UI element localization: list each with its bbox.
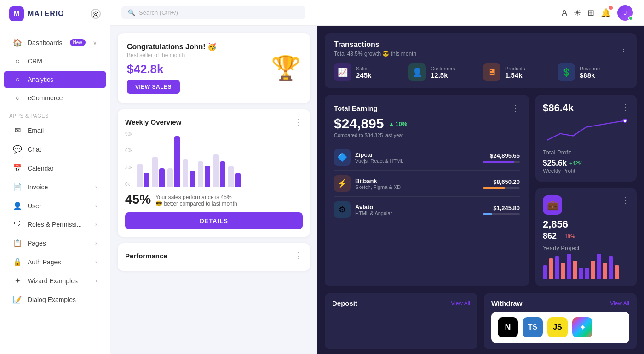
weekly-percentage: 45% xyxy=(125,192,151,207)
total-earning-card: Total Earning ⋮ $24,895 ▲ 10% Compared t… xyxy=(325,95,529,286)
calendar-label: Calendar xyxy=(28,165,54,172)
chat-label: Chat xyxy=(28,146,41,153)
bar-right xyxy=(205,166,210,187)
details-button[interactable]: DETAILS xyxy=(125,212,303,229)
translate-icon[interactable]: A̲ xyxy=(562,8,567,18)
chart-wrapper: 90k 60k 30k 0k xyxy=(125,131,303,187)
deposit-card: Deposit View All xyxy=(325,293,477,349)
aviato-progress xyxy=(483,213,520,215)
aviato-info: Aviato HTML & Angular xyxy=(355,204,478,216)
y-label-30k: 30k xyxy=(125,165,132,170)
mini-bar-item xyxy=(603,263,607,279)
search-bar[interactable]: 🔍 Search (Ctrl+/) xyxy=(121,6,305,19)
sales-label: Sales xyxy=(356,66,371,71)
products-icon: 🖥 xyxy=(483,63,500,81)
bitbank-icon: ⚡ xyxy=(334,175,351,192)
view-sales-button[interactable]: VIEW SALES xyxy=(127,80,180,94)
sidebar-item-pages[interactable]: 📋 Pages › xyxy=(4,234,106,252)
earning-amount-value: $24,895 xyxy=(334,116,384,131)
weekly-menu-dots[interactable]: ⋮ xyxy=(294,117,303,127)
mini-bar-item xyxy=(591,261,595,279)
sidebar-nav: 🏠 Dashboards New ∨ ○ CRM ○ Analytics ○ e… xyxy=(0,28,110,354)
earning-menu-dots[interactable]: ⋮ xyxy=(512,103,520,113)
tech-icons-row: N TS JS ✦ xyxy=(491,312,629,343)
sidebar-item-dashboards[interactable]: 🏠 Dashboards New ∨ xyxy=(4,34,106,51)
sidebar-item-wizard[interactable]: ✦ Wizard Examples › xyxy=(4,272,106,290)
customers-icon: 👤 xyxy=(408,63,426,81)
bar-left xyxy=(167,168,173,187)
dialog-icon: 📝 xyxy=(13,295,22,304)
weekly-description: Your sales performance is 45% 😎 better c… xyxy=(155,194,238,207)
sidebar-item-ecommerce[interactable]: ○ eCommerce xyxy=(4,89,106,107)
svg-point-0 xyxy=(623,119,627,123)
sidebar-item-email[interactable]: ✉ Email xyxy=(4,121,106,139)
notification-icon[interactable]: 🔔 xyxy=(601,8,611,18)
revenue-value: $88k xyxy=(580,71,600,79)
bar-group xyxy=(152,157,165,187)
sidebar-item-roles[interactable]: 🛡 Roles & Permissi... › xyxy=(4,216,106,233)
weekly-overview-card: Weekly Overview ⋮ 90k 60k 30k 0k 45% You… xyxy=(118,109,310,237)
sidebar-item-invoice[interactable]: 📄 Invoice › xyxy=(4,178,106,196)
zipcar-info: Zipcar Vuejs, React & HTML xyxy=(355,151,478,164)
bitbank-amount: $8,650.20 xyxy=(483,178,520,189)
sidebar-toggle-icon[interactable]: ◎ xyxy=(91,9,101,19)
new-project-card: 💼 ⋮ 2,856 862 -18% Yearly Project xyxy=(535,188,637,286)
withdraw-view-all[interactable]: View All xyxy=(610,300,629,307)
right-panel: Transactions Total 48.5% growth 😎 this m… xyxy=(317,26,644,354)
deposit-header: Deposit View All xyxy=(332,299,470,307)
sidebar-item-chat[interactable]: 💬 Chat xyxy=(4,140,106,158)
zipcar-name: Zipcar xyxy=(355,151,478,158)
sidebar-item-calendar[interactable]: 📅 Calendar xyxy=(4,159,106,177)
bar-left xyxy=(198,161,203,187)
bar-group xyxy=(167,136,180,187)
bar-group xyxy=(183,159,195,187)
chevron-roles-icon: › xyxy=(95,221,97,228)
tp-amount: $86.4k xyxy=(543,102,574,114)
sidebar-item-dialog[interactable]: 📝 Dialog Examples xyxy=(4,291,106,308)
congrats-card: Congratulations John! 🥳 Best seller of t… xyxy=(118,33,310,103)
np-menu-dots[interactable]: ⋮ xyxy=(621,195,629,206)
zipcar-progress xyxy=(483,161,520,163)
y-axis-labels: 90k 60k 30k 0k xyxy=(125,131,132,187)
withdraw-header: Withdraw View All xyxy=(491,299,629,307)
performance-menu-dots[interactable]: ⋮ xyxy=(294,251,303,261)
wizard-label: Wizard Examples xyxy=(28,277,78,285)
avatar-initials: J xyxy=(624,9,627,16)
tp-menu-dots[interactable]: ⋮ xyxy=(621,102,629,112)
avatar[interactable]: J xyxy=(617,5,633,21)
mini-bar-item xyxy=(615,265,619,279)
earning-item-aviato: ⚙ Aviato HTML & Angular $1,245.80 xyxy=(334,197,520,223)
congrats-amount: $42.8k xyxy=(127,62,217,76)
transactions-header: Transactions Total 48.5% growth 😎 this m… xyxy=(334,40,627,57)
sidebar-item-auth[interactable]: 🔒 Auth Pages › xyxy=(4,253,106,271)
mini-bar-item xyxy=(567,254,571,279)
transactions-subtitle: Total 48.5% growth 😎 this month xyxy=(334,51,416,57)
np-badge: -18% xyxy=(563,234,575,239)
bar-left xyxy=(137,164,143,187)
transactions-menu-dots[interactable]: ⋮ xyxy=(619,44,627,54)
bar-group xyxy=(198,161,210,187)
sidebar-item-user[interactable]: 👤 User › xyxy=(4,197,106,215)
withdraw-title: Withdraw xyxy=(491,299,522,307)
y-label-0k: 0k xyxy=(125,182,132,187)
bar-right xyxy=(144,173,150,187)
deposit-view-all[interactable]: View All xyxy=(451,300,470,307)
circle-icon-ecom: ○ xyxy=(13,94,22,102)
aviato-icon: ⚙ xyxy=(334,201,351,218)
tp-content: $86.4k xyxy=(543,102,574,114)
sidebar-item-analytics[interactable]: ○ Analytics xyxy=(4,71,106,88)
wizard-icon: ✦ xyxy=(13,276,22,285)
aviato-fill xyxy=(483,213,492,215)
tp-weekly-badge: +42% xyxy=(569,160,582,166)
earning-growth-badge: ▲ 10% xyxy=(388,120,407,127)
aviato-sub: HTML & Angular xyxy=(355,211,478,216)
roles-label: Roles & Permissi... xyxy=(28,221,82,228)
theme-icon[interactable]: ☀ xyxy=(574,8,581,18)
chevron-invoice-icon: › xyxy=(95,184,97,190)
home-icon: 🏠 xyxy=(13,38,22,47)
withdraw-card: Withdraw View All N TS JS ✦ xyxy=(484,293,637,349)
sales-icon: 📈 xyxy=(334,63,351,81)
sidebar-item-crm[interactable]: ○ CRM xyxy=(4,52,106,70)
grid-icon[interactable]: ⊞ xyxy=(587,8,594,18)
aviato-name: Aviato xyxy=(355,204,478,211)
